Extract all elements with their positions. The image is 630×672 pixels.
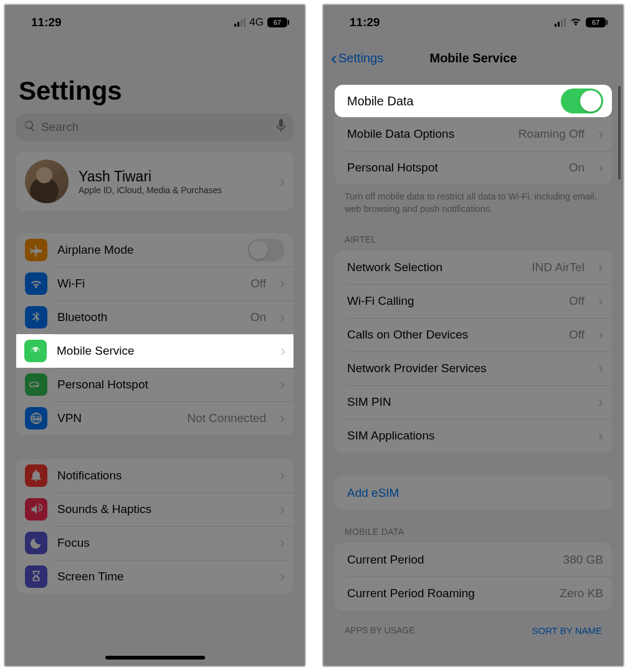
- chevron-right-icon: ›: [594, 292, 603, 310]
- nav-bar: ‹ Settings Mobile Service: [323, 42, 623, 74]
- chevron-right-icon: ›: [276, 568, 285, 585]
- provider-services-row[interactable]: Network Provider Services ›: [335, 352, 612, 385]
- carrier-group: Network Selection IND AirTel › Wi-Fi Cal…: [335, 251, 612, 453]
- hourglass-icon: [25, 565, 47, 588]
- profile-subtitle: Apple ID, iCloud, Media & Purchases: [79, 185, 266, 195]
- chevron-right-icon: ›: [276, 534, 285, 552]
- mobile-data-row[interactable]: Mobile Data: [335, 85, 612, 117]
- chevron-right-icon: ›: [276, 376, 285, 393]
- airplane-icon: [25, 239, 47, 261]
- bluetooth-row[interactable]: Bluetooth On ›: [16, 300, 294, 334]
- sim-applications-row[interactable]: SIM Applications ›: [335, 419, 612, 453]
- wifi-icon: [570, 15, 582, 31]
- profile-name: Yash Tiwari: [79, 168, 266, 185]
- chevron-right-icon: ›: [276, 309, 285, 326]
- chevron-right-icon: ›: [594, 427, 603, 444]
- antenna-icon: [24, 340, 47, 362]
- avatar: [25, 160, 69, 203]
- chevron-right-icon: ›: [276, 410, 285, 427]
- mobile-data-toggle-group: Mobile Data: [335, 85, 612, 117]
- globe-icon: [25, 407, 47, 430]
- alerts-group: Notifications › Sounds & Haptics › Focus…: [16, 459, 294, 593]
- current-period-row: Current Period 380 GB: [335, 543, 612, 577]
- mobile-data-header: MOBILE DATA: [323, 510, 623, 540]
- back-button[interactable]: ‹ Settings: [331, 51, 383, 65]
- chevron-right-icon: ›: [277, 342, 285, 360]
- mic-icon[interactable]: [276, 119, 286, 136]
- wifi-row[interactable]: Wi-Fi Off ›: [16, 267, 294, 300]
- profile-card[interactable]: Yash Tiwari Apple ID, iCloud, Media & Pu…: [16, 152, 294, 211]
- network-selection-row[interactable]: Network Selection IND AirTel ›: [335, 251, 612, 284]
- link-icon: [25, 373, 47, 396]
- usage-group: Current Period 380 GB Current Period Roa…: [335, 543, 612, 610]
- chevron-right-icon: ›: [594, 125, 603, 143]
- current-period-roaming-row: Current Period Roaming Zero KB: [335, 577, 612, 610]
- chevron-right-icon: ›: [594, 259, 603, 276]
- chevron-right-icon: ›: [594, 159, 603, 176]
- personal-hotspot-row[interactable]: Personal Hotspot ›: [16, 368, 294, 401]
- page-title: Settings: [5, 32, 305, 113]
- scroll-indicator[interactable]: [618, 86, 621, 180]
- sim-pin-row[interactable]: SIM PIN ›: [335, 385, 612, 419]
- bell-icon: [25, 464, 47, 487]
- chevron-right-icon: ›: [594, 360, 603, 377]
- signal-icon: [555, 18, 566, 27]
- apps-by-usage-header: APPS BY USAGE SORT BY NAME: [323, 610, 623, 640]
- chevron-right-icon: ›: [594, 393, 603, 411]
- speaker-icon: [25, 498, 47, 521]
- status-time: 11:29: [31, 16, 62, 29]
- mobile-data-options-row[interactable]: Mobile Data Options Roaming Off ›: [335, 117, 612, 151]
- mobile-data-note: Turn off mobile data to restrict all dat…: [323, 185, 623, 218]
- battery-icon: 67: [586, 17, 606, 27]
- signal-icon: [234, 18, 246, 27]
- connectivity-group: Airplane Mode Wi-Fi Off › Bluetooth On ›…: [16, 233, 294, 435]
- airplane-mode-row[interactable]: Airplane Mode: [16, 233, 294, 267]
- notifications-row[interactable]: Notifications ›: [16, 459, 294, 492]
- personal-hotspot-row[interactable]: Personal Hotspot On ›: [335, 151, 612, 185]
- search-icon: [24, 120, 36, 135]
- search-placeholder: Search: [41, 120, 79, 134]
- wifi-icon: [25, 272, 47, 295]
- chevron-left-icon: ‹: [331, 52, 337, 64]
- screen-time-row[interactable]: Screen Time ›: [16, 560, 294, 593]
- add-esim-row[interactable]: Add eSIM: [335, 476, 612, 510]
- bluetooth-icon: [25, 306, 47, 329]
- chevron-right-icon: ›: [276, 501, 285, 518]
- mobile-data-suboptions: Mobile Data Options Roaming Off › Person…: [335, 117, 612, 185]
- mobile-service-row[interactable]: Mobile Service ›: [16, 334, 294, 368]
- mobile-service-screen: 11:29 67 ‹ Settings Mobile Service Mobil…: [322, 4, 624, 667]
- home-indicator[interactable]: [105, 656, 205, 660]
- network-type: 4G: [249, 16, 264, 29]
- settings-screen: 11:29 4G 67 Settings Search Yash Tiwari …: [4, 4, 306, 667]
- sounds-row[interactable]: Sounds & Haptics ›: [16, 492, 294, 526]
- search-input[interactable]: Search: [16, 113, 294, 141]
- mobile-data-toggle[interactable]: [561, 89, 603, 113]
- status-time: 11:29: [350, 16, 380, 29]
- calls-other-devices-row[interactable]: Calls on Other Devices Off ›: [335, 318, 612, 352]
- wifi-calling-row[interactable]: Wi-Fi Calling Off ›: [335, 284, 612, 318]
- status-bar: 11:29 4G 67: [5, 5, 305, 32]
- status-bar: 11:29 67: [323, 5, 623, 32]
- moon-icon: [25, 532, 47, 554]
- chevron-right-icon: ›: [276, 275, 285, 292]
- airplane-toggle[interactable]: [247, 239, 285, 261]
- sort-by-name-link[interactable]: SORT BY NAME: [532, 625, 602, 636]
- focus-row[interactable]: Focus ›: [16, 526, 294, 560]
- chevron-right-icon: ›: [276, 173, 285, 190]
- battery-icon: 67: [267, 17, 287, 27]
- chevron-right-icon: ›: [276, 467, 285, 484]
- chevron-right-icon: ›: [594, 326, 603, 343]
- vpn-row[interactable]: VPN Not Connected ›: [16, 401, 294, 435]
- carrier-header: AIRTEL: [323, 218, 623, 248]
- esim-group: Add eSIM: [335, 476, 612, 510]
